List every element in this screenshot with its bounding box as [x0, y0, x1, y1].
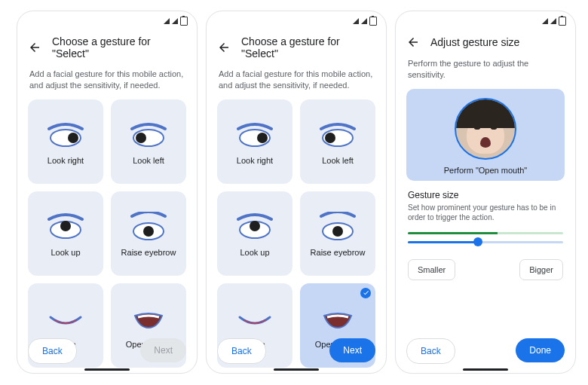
eye-look-right-icon	[233, 118, 277, 151]
page-description: Add a facial gesture for this mobile act…	[207, 69, 386, 99]
gesture-card-look-up[interactable]: Look up	[28, 191, 103, 276]
gesture-card-look-right[interactable]: Look right	[217, 99, 292, 184]
gesture-card-look-right[interactable]: Look right	[28, 99, 103, 184]
svg-point-3	[136, 133, 146, 143]
back-icon[interactable]	[217, 41, 231, 54]
wifi-icon	[353, 18, 359, 24]
gesture-grid: Look right Look left Look up Raise eyebr…	[17, 99, 197, 368]
svg-point-5	[60, 221, 71, 231]
phone-screen-2: Choose a gesture for "Select" Add a faci…	[206, 11, 387, 374]
gesture-label: Raise eyebrow	[311, 248, 366, 257]
gesture-label: Look right	[47, 156, 84, 165]
page-title: Adjust gesture size	[430, 36, 519, 48]
checkmark-icon	[360, 288, 371, 298]
gesture-card-raise-eyebrow[interactable]: Raise eyebrow	[111, 191, 186, 276]
signal-icon	[361, 18, 367, 24]
eye-look-left-icon	[316, 118, 360, 151]
battery-icon	[559, 17, 566, 26]
smaller-button[interactable]: Smaller	[408, 259, 455, 280]
gesture-indicator-bar	[408, 232, 563, 234]
signal-icon	[550, 18, 556, 24]
svg-point-15	[332, 226, 343, 237]
status-bar	[396, 11, 575, 28]
status-bar	[207, 11, 386, 28]
gesture-label: Look left	[133, 156, 164, 165]
svg-point-1	[68, 133, 78, 143]
battery-icon	[180, 17, 188, 26]
page-description: Add a facial gesture for this mobile act…	[17, 69, 197, 99]
done-button[interactable]: Done	[516, 338, 565, 362]
gesture-card-raise-eyebrow[interactable]: Raise eyebrow	[300, 191, 375, 276]
svg-point-11	[325, 133, 335, 143]
gesture-label: Look up	[51, 248, 80, 257]
status-bar	[17, 11, 197, 28]
smile-icon	[44, 302, 87, 335]
page-title: Choose a gesture for "Select"	[52, 35, 186, 60]
next-button[interactable]: Next	[329, 338, 375, 362]
svg-point-7	[143, 226, 154, 237]
page-description: Perform the gesture to adjust the sensit…	[396, 58, 575, 89]
back-button[interactable]: Back	[28, 338, 77, 364]
phone-screen-1: Choose a gesture for "Select" Add a faci…	[17, 11, 198, 374]
bigger-button[interactable]: Bigger	[519, 259, 563, 280]
camera-preview-circle	[455, 98, 516, 160]
gesture-size-slider[interactable]	[396, 223, 575, 252]
open-mouth-icon	[316, 302, 360, 335]
gesture-card-look-up[interactable]: Look up	[217, 191, 292, 276]
back-icon[interactable]	[28, 41, 41, 54]
next-button: Next	[140, 338, 186, 362]
back-button[interactable]: Back	[217, 338, 266, 364]
gesture-grid: Look right Look left Look up Raise eyebr…	[207, 99, 386, 368]
back-icon[interactable]	[406, 35, 420, 49]
back-button[interactable]: Back	[406, 338, 455, 364]
signal-icon	[172, 18, 178, 24]
gesture-card-look-left[interactable]: Look left	[300, 99, 375, 184]
svg-point-13	[250, 221, 260, 231]
slider-track	[408, 241, 563, 243]
perform-label: Perform "Open mouth"	[444, 166, 528, 175]
wifi-icon	[542, 18, 548, 24]
section-hint: Set how prominent your gesture has to be…	[408, 203, 563, 223]
raise-eyebrow-icon	[127, 210, 170, 243]
wifi-icon	[164, 18, 170, 24]
gesture-label: Look right	[237, 156, 273, 165]
eye-look-left-icon	[127, 118, 170, 151]
home-indicator[interactable]	[463, 368, 508, 371]
gesture-preview: Perform "Open mouth"	[406, 89, 565, 181]
battery-icon	[369, 17, 377, 26]
phone-screen-3: Adjust gesture size Perform the gesture …	[395, 11, 576, 374]
gesture-card-look-left[interactable]: Look left	[111, 99, 186, 184]
gesture-label: Look up	[240, 248, 269, 257]
smile-icon	[233, 302, 277, 335]
eye-look-up-icon	[44, 210, 87, 243]
eye-look-up-icon	[233, 210, 277, 243]
slider-thumb[interactable]	[473, 237, 482, 246]
svg-point-9	[257, 133, 268, 143]
home-indicator[interactable]	[84, 368, 130, 371]
raise-eyebrow-icon	[316, 210, 360, 243]
gesture-label: Raise eyebrow	[121, 248, 176, 257]
section-title: Gesture size	[408, 190, 563, 200]
open-mouth-icon	[127, 302, 170, 335]
gesture-label: Look left	[322, 156, 354, 165]
home-indicator[interactable]	[274, 368, 319, 371]
eye-look-right-icon	[44, 118, 87, 151]
page-title: Choose a gesture for "Select"	[241, 35, 375, 60]
